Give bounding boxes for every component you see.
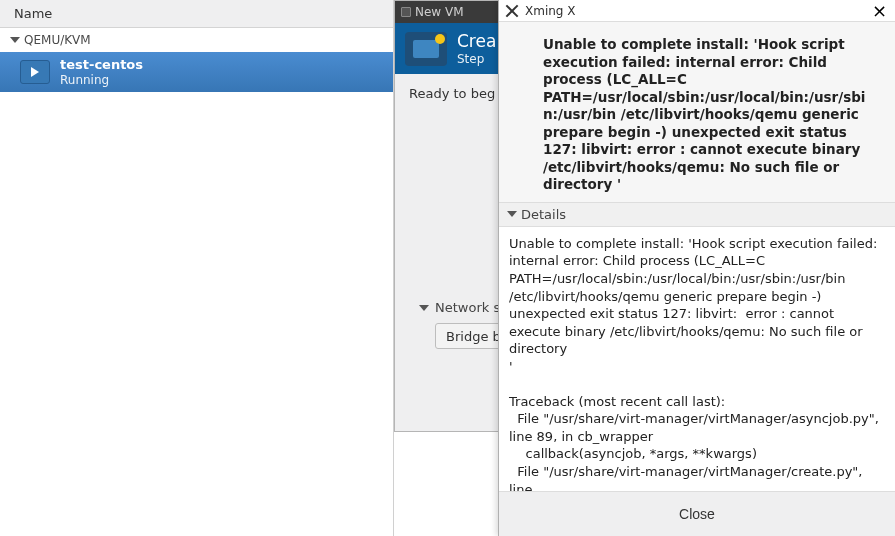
dialog-title-text: Xming X xyxy=(525,4,864,18)
wizard-header-icon xyxy=(405,32,447,66)
dialog-action-bar: Close xyxy=(499,492,895,536)
close-button[interactable]: Close xyxy=(661,500,733,528)
close-icon[interactable]: × xyxy=(870,4,889,18)
play-icon xyxy=(31,67,39,77)
wizard-step-label: Step xyxy=(457,52,484,66)
dialog-error-message: Unable to complete install: 'Hook script… xyxy=(499,22,895,202)
network-selection-label: Network s xyxy=(435,300,500,315)
details-text[interactable]: Unable to complete install: 'Hook script… xyxy=(499,227,895,492)
connection-row[interactable]: QEMU/KVM xyxy=(0,28,393,52)
wizard-titlebar-text: New VM xyxy=(415,5,464,19)
vm-status: Running xyxy=(60,73,143,87)
xming-x-icon xyxy=(505,4,519,18)
dialog-titlebar[interactable]: Xming X × xyxy=(499,0,895,22)
vm-tree: QEMU/KVM test-centos Running xyxy=(0,28,393,536)
column-header-name[interactable]: Name xyxy=(0,0,393,28)
chevron-down-icon xyxy=(10,37,20,43)
vm-manager-panel: Name QEMU/KVM test-centos Running xyxy=(0,0,394,536)
details-expander[interactable]: Details xyxy=(499,202,895,227)
error-dialog: Xming X × Unable to complete install: 'H… xyxy=(498,0,895,536)
chevron-down-icon xyxy=(507,211,517,217)
window-icon xyxy=(401,7,411,17)
connection-label: QEMU/KVM xyxy=(24,33,91,47)
details-label: Details xyxy=(521,207,566,222)
vm-row-selected[interactable]: test-centos Running xyxy=(0,52,393,92)
chevron-down-icon xyxy=(419,305,429,311)
wizard-header-title: Crea xyxy=(457,31,496,51)
vm-monitor-icon xyxy=(20,60,50,84)
vm-name: test-centos xyxy=(60,57,143,73)
